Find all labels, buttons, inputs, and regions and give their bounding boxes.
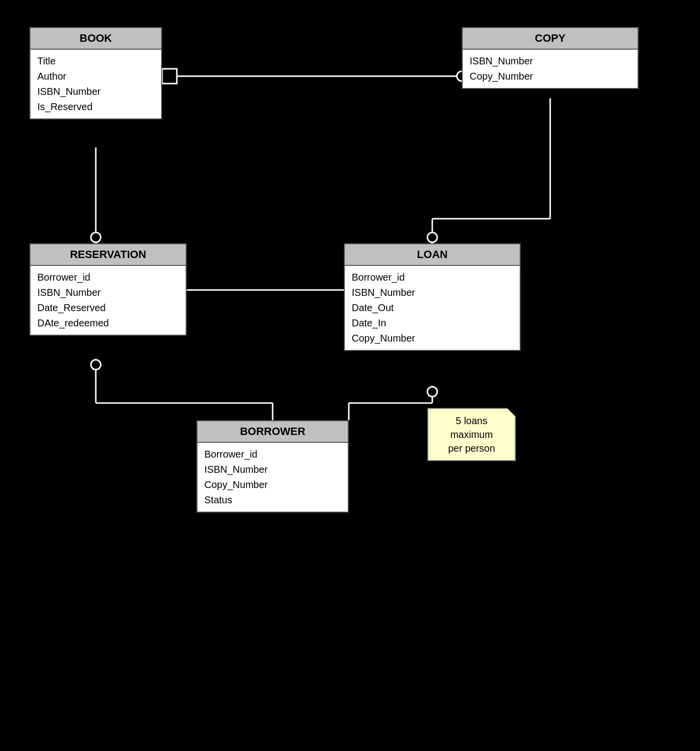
borrower-body: Borrower_id ISBN_Number Copy_Number Stat… — [197, 443, 348, 512]
copy-field-1: Copy_Number — [469, 69, 632, 84]
reservation-header: RESERVATION — [30, 244, 186, 266]
reservation-field-2: Date_Reserved — [36, 300, 180, 316]
loan-field-0: Borrower_id — [351, 270, 514, 285]
borrower-field-1: ISBN_Number — [203, 462, 342, 477]
book-field-0: Title — [36, 54, 155, 69]
loan-field-3: Date_In — [351, 316, 514, 331]
copy-header: COPY — [463, 28, 638, 50]
loan-header: LOAN — [345, 244, 520, 266]
book-field-2: ISBN_Number — [36, 84, 155, 99]
svg-point-4 — [91, 232, 101, 242]
borrower-header: BORROWER — [197, 421, 348, 443]
reservation-entity: RESERVATION Borrower_id ISBN_Number Date… — [29, 243, 187, 336]
reservation-field-0: Borrower_id — [36, 270, 180, 285]
svg-point-8 — [427, 232, 437, 242]
borrower-field-3: Status — [203, 492, 342, 508]
copy-entity: COPY ISBN_Number Copy_Number — [462, 27, 639, 89]
svg-point-12 — [91, 360, 101, 370]
borrower-entity: BORROWER Borrower_id ISBN_Number Copy_Nu… — [196, 420, 349, 513]
book-field-3: Is_Reserved — [36, 99, 155, 115]
book-header: BOOK — [30, 28, 161, 50]
reservation-field-1: ISBN_Number — [36, 285, 180, 300]
book-entity: BOOK Title Author ISBN_Number Is_Reserve… — [29, 27, 162, 119]
borrower-field-0: Borrower_id — [203, 447, 342, 462]
note-box: 5 loansmaximumper person — [427, 408, 516, 461]
svg-rect-1 — [162, 69, 177, 84]
book-body: Title Author ISBN_Number Is_Reserved — [30, 50, 161, 118]
note-text: 5 loansmaximumper person — [448, 415, 495, 454]
svg-point-16 — [427, 387, 437, 397]
copy-field-0: ISBN_Number — [469, 54, 632, 69]
loan-field-4: Copy_Number — [351, 331, 514, 346]
reservation-body: Borrower_id ISBN_Number Date_Reserved DA… — [30, 266, 186, 335]
loan-entity: LOAN Borrower_id ISBN_Number Date_Out Da… — [344, 243, 521, 351]
copy-body: ISBN_Number Copy_Number — [463, 50, 638, 88]
book-field-1: Author — [36, 69, 155, 84]
loan-field-1: ISBN_Number — [351, 285, 514, 300]
reservation-field-3: DAte_redeemed — [36, 316, 180, 331]
loan-field-2: Date_Out — [351, 300, 514, 316]
loan-body: Borrower_id ISBN_Number Date_Out Date_In… — [345, 266, 520, 350]
borrower-field-2: Copy_Number — [203, 477, 342, 492]
